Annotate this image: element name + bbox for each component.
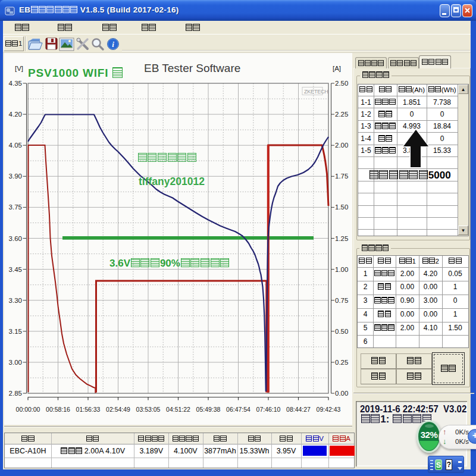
svg-text:09:42:43: 09:42:43 [317, 406, 341, 413]
svg-text:00:00:00: 00:00:00 [16, 406, 40, 413]
svg-text:06:47:54: 06:47:54 [226, 406, 250, 413]
svg-text:1.50: 1.50 [335, 203, 348, 211]
svg-text:2.85: 2.85 [9, 390, 22, 397]
svg-text:3.75: 3.75 [9, 203, 22, 211]
svg-text:EB Tester Software: EB Tester Software [144, 62, 240, 74]
svg-text:3.15: 3.15 [9, 328, 22, 335]
svg-text:1.25: 1.25 [335, 235, 348, 242]
svg-text:3.45: 3.45 [9, 266, 22, 273]
svg-text:1.00: 1.00 [335, 266, 348, 273]
svg-text:2.50: 2.50 [335, 80, 348, 87]
svg-text:0.75: 0.75 [335, 297, 348, 304]
svg-text:4.20: 4.20 [9, 111, 22, 118]
svg-text:2.00: 2.00 [335, 142, 348, 149]
svg-text:03:53:05: 03:53:05 [136, 406, 161, 413]
svg-text:0.50: 0.50 [335, 328, 348, 335]
svg-text:i: i [112, 40, 114, 49]
svg-text:3.30: 3.30 [9, 297, 22, 304]
svg-text:00:58:16: 00:58:16 [46, 406, 70, 413]
svg-text:3.90: 3.90 [9, 173, 22, 180]
svg-text:04:51:22: 04:51:22 [166, 406, 190, 413]
svg-text:08:44:27: 08:44:27 [286, 406, 311, 413]
svg-text:2.25: 2.25 [335, 111, 348, 118]
svg-text:07:46:10: 07:46:10 [256, 406, 281, 413]
svg-text:1.75: 1.75 [335, 173, 348, 180]
svg-text:3.00: 3.00 [9, 359, 22, 366]
svg-text:4.35: 4.35 [9, 80, 22, 87]
svg-text:01:56:33: 01:56:33 [76, 406, 101, 413]
svg-text:0.25: 0.25 [335, 359, 348, 366]
svg-text:3.60: 3.60 [9, 235, 22, 242]
svg-text:02:54:49: 02:54:49 [106, 406, 130, 413]
svg-text:0.00: 0.00 [335, 390, 348, 397]
svg-text:4.05: 4.05 [9, 142, 22, 149]
svg-text:[V]: [V] [15, 65, 23, 72]
svg-text:05:49:38: 05:49:38 [196, 406, 221, 413]
svg-text:[A]: [A] [333, 65, 341, 72]
svg-text:ZKETECH: ZKETECH [304, 89, 328, 95]
